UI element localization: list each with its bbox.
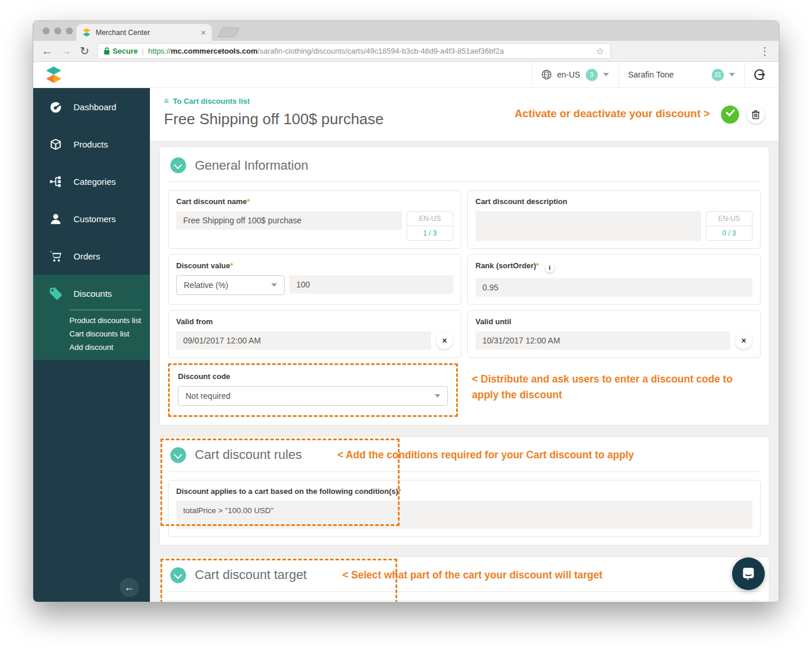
sign-out-icon	[753, 68, 766, 81]
target-annotation: < Select what part of the cart your disc…	[342, 569, 603, 581]
chat-widget-button[interactable]	[732, 557, 765, 590]
clear-valid-from-button[interactable]: ×	[436, 332, 453, 349]
discount-value-type-select[interactable]: Relative (%)	[176, 275, 285, 295]
collapse-sidebar-button[interactable]: ←	[120, 578, 139, 597]
cart-predicate-input[interactable]: totalPrice > "100.00 USD"	[176, 501, 752, 529]
new-tab-button[interactable]	[217, 27, 240, 37]
discounts-icon	[48, 286, 62, 300]
back-icon[interactable]: ←	[41, 45, 52, 57]
field-label: Discount code	[178, 372, 230, 381]
trash-icon	[751, 110, 760, 120]
sidebar-subitem-product-discounts-list[interactable]: Product discounts list	[69, 316, 150, 325]
collapse-section-button[interactable]	[170, 567, 186, 583]
valid-until-input[interactable]: 10/31/2017 12:00 AM	[475, 331, 730, 350]
collapse-section-button[interactable]	[170, 157, 186, 173]
cart-predicate-card: Discount applies to a cart based on the …	[168, 480, 761, 537]
field-label: Rank (sortOrder)	[475, 261, 536, 270]
close-window-button[interactable]	[43, 27, 50, 34]
minimize-window-button[interactable]	[54, 27, 61, 34]
discount-code-select[interactable]: Not required	[178, 386, 448, 406]
section-title: Cart discount rules	[195, 447, 302, 462]
locale-fill-count: 1 / 3	[407, 226, 453, 241]
rank-card: Rank (sortOrder)* i 0.95	[467, 254, 761, 305]
activate-toggle-button[interactable]	[721, 106, 739, 124]
rank-input[interactable]: 0.95	[475, 278, 752, 297]
section-title: General Information	[195, 158, 308, 173]
sign-out-button[interactable]	[744, 62, 768, 87]
globe-icon	[541, 69, 552, 80]
locale-label: en-US	[557, 70, 580, 79]
user-menu[interactable]: Sarafin Tone 31	[618, 62, 744, 87]
cart-discount-description-input[interactable]	[475, 211, 701, 241]
sidebar-item-orders[interactable]: Orders	[33, 237, 150, 275]
browser-menu-icon[interactable]: ⋮	[760, 45, 771, 58]
delete-discount-button[interactable]	[747, 106, 765, 124]
clear-icon: ×	[741, 336, 746, 345]
field-label: Discount applies to a cart based on the …	[176, 487, 398, 496]
field-label: Cart discount description	[475, 197, 567, 206]
browser-tab[interactable]: Merchant Center ×	[76, 24, 212, 41]
dashboard-icon	[48, 100, 62, 114]
clear-valid-until-button[interactable]: ×	[735, 332, 752, 349]
required-mark: *	[247, 197, 250, 206]
discount-code-annotation: < Distribute and ask users to enter a di…	[458, 363, 738, 403]
discount-value-card: Discount value* Relative (%) 100	[168, 254, 461, 305]
sidebar-section-discounts: Discounts Product discounts list Cart di…	[33, 275, 150, 360]
cart-discount-target-card: Cart discount target* Targets the Cart's…	[168, 600, 761, 603]
list-icon: ≡	[164, 96, 169, 106]
sidebar-item-label: Dashboard	[74, 102, 116, 112]
chevron-down-icon	[435, 394, 440, 398]
commercetools-favicon-icon	[82, 28, 91, 37]
sidebar-item-customers[interactable]: Customers	[33, 200, 150, 237]
cart-discount-name-card: Cart discount name* Free Shipping off 10…	[168, 190, 461, 249]
cart-discount-description-card: Cart discount description EN-US 0 / 3	[467, 190, 761, 249]
language-tab[interactable]: EN-US	[706, 211, 752, 226]
field-label: Valid from	[176, 317, 213, 326]
sidebar-subitem-add-discount[interactable]: Add discount	[69, 343, 150, 352]
sidebar: Dashboard Products Cat	[33, 88, 150, 602]
breadcrumb[interactable]: ≡ To Cart discounts list	[164, 96, 765, 106]
field-label: Discount value	[176, 261, 230, 270]
valid-from-card: Valid from 09/01/2017 12:00 AM ×	[168, 310, 461, 358]
url-field[interactable]: Secure | https://mc.commercetools.com/sa…	[97, 43, 611, 59]
collapse-section-button[interactable]	[170, 447, 186, 463]
sidebar-item-discounts[interactable]: Discounts	[33, 278, 150, 308]
tab-title: Merchant Center	[96, 29, 150, 37]
lock-icon	[104, 47, 110, 55]
user-count-badge: 31	[712, 69, 724, 81]
required-mark: *	[230, 261, 233, 270]
window-controls[interactable]	[43, 27, 73, 34]
zoom-window-button[interactable]	[66, 27, 73, 34]
locale-count-badge: 3	[586, 69, 598, 81]
activate-annotation: Activate or deactivate your discount >	[514, 107, 710, 120]
discount-code-block: Discount code Not required	[168, 363, 458, 417]
sidebar-item-categories[interactable]: Categories	[33, 163, 150, 200]
clear-icon: ×	[442, 336, 447, 345]
discount-value-amount-input[interactable]: 100	[289, 275, 453, 294]
categories-icon	[48, 175, 62, 188]
sidebar-item-dashboard[interactable]: Dashboard	[33, 88, 150, 125]
section-title: Cart discount target	[195, 567, 307, 583]
chevron-down-icon	[271, 283, 277, 287]
browser-address-bar: ← → ↻ Secure | https://mc.commercetools.…	[33, 41, 779, 62]
bookmark-star-icon[interactable]: ☆	[596, 45, 604, 57]
chat-icon	[741, 566, 756, 581]
cart-discount-name-input[interactable]: Free Shipping off 100$ purchase	[176, 211, 402, 230]
sidebar-item-label: Products	[74, 139, 108, 149]
language-tab[interactable]: EN-US	[407, 211, 453, 226]
locale-fill-count: 0 / 3	[706, 226, 752, 241]
info-icon[interactable]: i	[545, 263, 555, 273]
forward-icon[interactable]: →	[61, 45, 72, 57]
products-icon	[48, 138, 62, 151]
cart-discount-rules-panel: Cart discount rules < Add the conditions…	[159, 436, 769, 546]
sidebar-subitem-cart-discounts-list[interactable]: Cart discounts list	[69, 329, 150, 338]
valid-from-input[interactable]: 09/01/2017 12:00 AM	[176, 331, 431, 350]
close-tab-icon[interactable]: ×	[201, 28, 206, 37]
sidebar-item-products[interactable]: Products	[33, 125, 150, 163]
sidebar-item-label: Categories	[74, 177, 116, 187]
page-header: ≡ To Cart discounts list Free Shipping o…	[150, 88, 779, 141]
language-selector[interactable]: en-US 3	[531, 62, 618, 87]
user-name: Sarafin Tone	[628, 70, 674, 79]
reload-icon[interactable]: ↻	[80, 45, 89, 57]
browser-tab-bar: Merchant Center ×	[33, 21, 779, 41]
